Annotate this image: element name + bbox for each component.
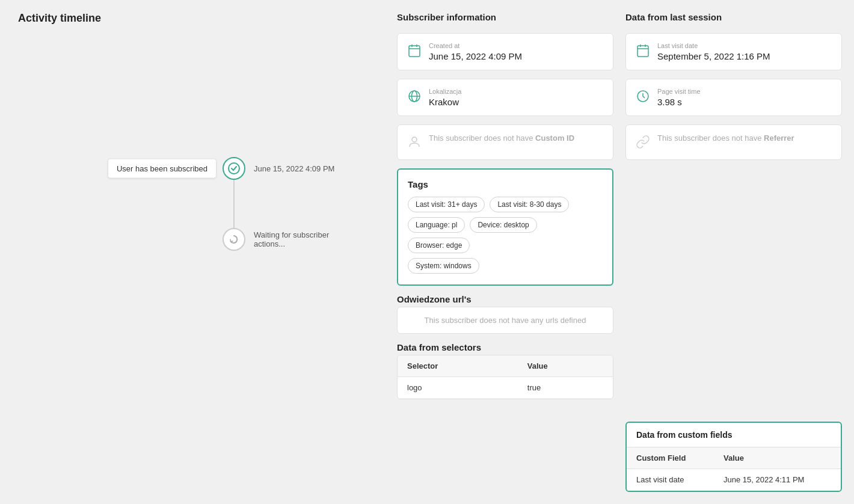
timeline-item-waiting: Waiting for subscriberactions... [223,228,379,251]
custom-fields-title: Data from custom fields [627,423,841,447]
svg-point-8 [412,137,417,142]
last-visit-date-card: Last visit date September 5, 2022 1:16 P… [625,33,842,70]
timeline-waiting-text: Waiting for subscriberactions... [254,230,329,248]
middle-column: Subscriber information Created at June 1… [397,12,613,492]
custom-field-name-cell: Last visit date [627,469,714,491]
user-icon-muted [407,135,422,151]
calendar-icon-created [407,43,422,60]
tags-row-2: System: windows default: fashion_&_beaut… [408,258,603,275]
last-visit-label: Last visit date [657,42,770,49]
selector-cell-logo: logo [398,377,518,399]
custom-field-col-header: Custom Field [627,447,714,469]
data-selectors-title: Data from selectors [397,342,613,352]
tag-language-pl: Language: pl [408,217,465,233]
referrer-value: This subscriber does not have Referrer [657,134,794,143]
custom-field-value-cell: June 15, 2022 4:11 PM [714,469,841,491]
timeline-container: User has been subscribed June 15, 2022 4… [223,157,379,251]
tag-system-windows: System: windows [408,258,479,274]
custom-fields-table: Custom Field Value Last visit date June … [627,447,841,491]
custom-field-row: Last visit date June 15, 2022 4:11 PM [627,469,841,491]
location-card: Lokalizacja Krakow [397,79,613,116]
data-selectors-table: Selector Value logo true [398,355,613,399]
page-visit-label: Page visit time [657,88,701,95]
subscriber-info-title: Subscriber information [397,12,613,22]
check-circle-icon [228,162,240,174]
timeline-item-subscribed: User has been subscribed June 15, 2022 4… [223,157,379,180]
last-session-title: Data from last session [625,12,842,22]
tag-last-visit-31: Last visit: 31+ days [408,197,485,212]
created-at-label: Created at [429,42,522,49]
selector-col-header: Selector [398,355,518,377]
timeline-label-subscribed: User has been subscribed [108,159,217,179]
tags-row-1: Last visit: 31+ days Last visit: 8-30 da… [408,197,603,253]
clock-icon [636,89,650,105]
tags-title: Tags [408,179,603,189]
calendar-icon-last-visit [636,43,650,60]
tag-browser-edge: Browser: edge [408,238,470,253]
svg-point-0 [229,163,239,174]
value-col-header: Value [518,355,613,377]
right-panel: Subscriber information Created at June 1… [397,0,854,504]
custom-field-value-header: Value [714,447,841,469]
timeline-icon-subscribed [223,157,245,180]
table-row: logo true [398,377,613,399]
created-at-value: June 15, 2022 4:09 PM [429,51,522,61]
globe-icon [407,89,422,105]
location-value: Krakow [429,97,461,107]
location-label: Lokalizacja [429,88,461,95]
visited-urls-title: Odwiedzone url's [397,294,613,304]
custom-id-card: This subscriber does not have Custom ID [397,124,613,160]
referrer-card: This subscriber does not have Referrer [625,124,842,160]
tag-last-visit-8-30: Last visit: 8-30 days [490,197,569,212]
urls-empty-text: This subscriber does not have any urls d… [397,307,613,334]
custom-id-value: This subscriber does not have Custom ID [429,134,574,143]
page-visit-value: 3.98 s [657,97,701,107]
activity-timeline-title: Activity timeline [18,12,379,25]
tag-device-desktop: Device: desktop [470,217,536,233]
link-icon-muted [636,135,650,151]
tags-content[interactable]: Last visit: 31+ days Last visit: 8-30 da… [408,197,603,275]
visited-urls-section: Odwiedzone url's This subscriber does no… [397,294,613,334]
refresh-icon [229,234,239,245]
custom-fields-box: Data from custom fields Custom Field Val… [625,422,842,492]
right-column: Data from last session Last visit date S… [625,12,842,492]
data-selectors-table-box: Selector Value logo true [397,355,613,399]
timeline-date-subscribed: June 15, 2022 4:09 PM [254,164,334,173]
timeline-icon-waiting [223,228,245,251]
created-at-card: Created at June 15, 2022 4:09 PM [397,33,613,70]
tags-section: Tags Last visit: 31+ days Last visit: 8-… [397,168,613,286]
value-cell-true: true [518,377,613,399]
svg-rect-9 [637,46,648,57]
page-visit-time-card: Page visit time 3.98 s [625,79,842,116]
last-visit-value: September 5, 2022 1:16 PM [657,51,770,61]
data-selectors-section: Data from selectors Selector Value logo [397,342,613,399]
svg-rect-1 [409,46,420,57]
custom-fields-section: Data from custom fields Custom Field Val… [625,422,842,492]
